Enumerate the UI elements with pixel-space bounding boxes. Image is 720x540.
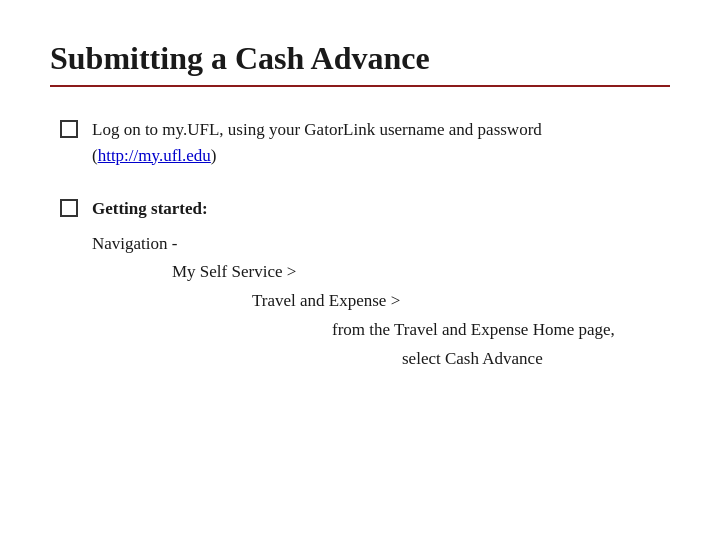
nav-line-2: Travel and Expense >: [92, 287, 615, 316]
nav-navigation-label: Navigation -: [92, 230, 177, 259]
nav-line-1: My Self Service >: [92, 258, 615, 287]
title-divider: [50, 85, 670, 87]
bullet1-text-after: ): [211, 146, 217, 165]
navigation-block: Navigation - My Self Service > Travel an…: [92, 230, 615, 374]
bullet-item-1: Log on to my.UFL, using your GatorLink u…: [60, 117, 670, 168]
bullet-text-2: Getting started: Navigation - My Self Se…: [92, 196, 615, 374]
nav-self-service: My Self Service >: [172, 258, 296, 287]
nav-line-4: select Cash Advance: [92, 345, 615, 374]
bullet-icon-1: [60, 120, 78, 138]
myufl-link[interactable]: http://my.ufl.edu: [98, 146, 211, 165]
page-title: Submitting a Cash Advance: [50, 40, 670, 77]
nav-travel-expense: Travel and Expense >: [252, 287, 400, 316]
bullet-item-2: Getting started: Navigation - My Self Se…: [60, 196, 670, 374]
bullet-icon-2: [60, 199, 78, 217]
bullet-text-1: Log on to my.UFL, using your GatorLink u…: [92, 117, 670, 168]
nav-navigation-line: Navigation -: [92, 230, 615, 259]
nav-select-cash-advance: select Cash Advance: [402, 345, 543, 374]
nav-from-home-page: from the Travel and Expense Home page,: [332, 316, 615, 345]
nav-line-3: from the Travel and Expense Home page,: [92, 316, 615, 345]
main-content: Log on to my.UFL, using your GatorLink u…: [50, 117, 670, 374]
getting-started-label: Getting started:: [92, 199, 208, 218]
